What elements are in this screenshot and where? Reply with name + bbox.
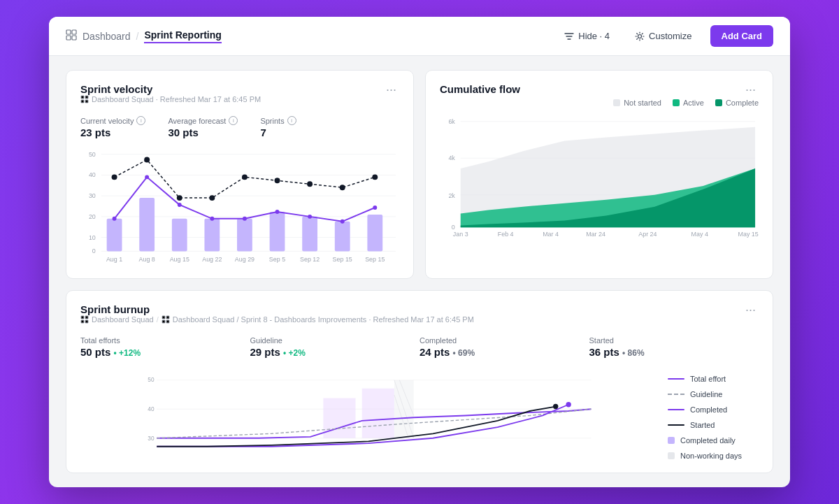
burnup-metrics: Total efforts 50 pts • +12% Guideline 29… [80,336,759,358]
current-velocity-info[interactable]: i [136,116,145,125]
svg-text:50: 50 [148,376,155,383]
legend-guideline: Guideline [668,390,759,398]
add-card-button[interactable]: Add Card [710,25,774,47]
card-header: Sprint velocity Dashboard Squad · Refres… [80,83,399,113]
burnup-chart: 50 40 30 [80,369,657,453]
sprint-velocity-subtitle-text: Dashboard Squad · Refreshed Mar 17 at 6:… [92,95,261,103]
sprint-velocity-subtitle: Dashboard Squad · Refreshed Mar 17 at 6:… [80,95,261,103]
svg-text:0: 0 [92,247,96,254]
filter-icon [564,31,574,41]
svg-point-45 [308,215,312,219]
breadcrumb: Dashboard / Sprint Reporting [66,29,222,43]
svg-text:Aug 1: Aug 1 [106,256,122,263]
svg-point-30 [112,174,117,180]
sprint-burnup-card: Sprint burnup Dashboard Squad / [66,290,773,473]
svg-rect-0 [66,30,71,34]
svg-rect-3 [72,36,76,40]
sprints-info[interactable]: i [287,116,296,125]
team-icon [80,95,89,103]
svg-rect-77 [81,320,84,323]
sprint-velocity-card: Sprint velocity Dashboard Squad · Refres… [66,70,414,279]
sprint-velocity-metrics: Current velocity i 23 pts Average foreca… [80,116,399,138]
svg-text:40: 40 [89,171,96,178]
svg-rect-6 [85,96,88,99]
svg-rect-89 [323,398,355,438]
breadcrumb-parent[interactable]: Dashboard [83,31,131,42]
svg-rect-1 [72,30,76,34]
legend-active-dot [673,99,680,106]
svg-point-95 [566,402,571,407]
svg-text:30: 30 [89,192,96,199]
total-efforts-metric: Total efforts 50 pts • +12% [80,336,250,358]
svg-rect-25 [237,219,252,252]
svg-rect-79 [162,316,165,319]
svg-rect-24 [204,219,220,252]
guideline-line [668,394,684,395]
svg-point-46 [340,219,345,224]
content-area: Sprint velocity Dashboard Squad · Refres… [49,56,790,487]
svg-rect-80 [166,316,169,319]
sprint-velocity-chart: 50 40 30 20 10 0 [80,147,399,266]
completed-daily-box [668,437,675,444]
legend-completed-daily: Completed daily [668,436,759,445]
guideline-metric: Guideline 29 pts • +2% [250,336,420,358]
team-icon-burnup [80,315,89,324]
svg-point-34 [242,174,248,180]
svg-point-32 [177,195,182,201]
header: Dashboard / Sprint Reporting Hide · 4 Cu… [49,17,790,56]
sprint-velocity-title: Sprint velocity [80,83,261,95]
average-forecast-metric: Average forecast i 30 pts [168,116,238,138]
legend-started: Started [668,421,759,429]
gear-icon [635,31,645,41]
svg-point-42 [210,217,214,221]
legend-active: Active [673,99,704,107]
svg-rect-78 [85,320,88,323]
cumulative-flow-card: Cumulative flow ··· Not started Active C… [425,70,773,279]
legend-not-started-dot [613,99,620,106]
breadcrumb-separator: / [136,31,139,42]
sprint-burnup-subtitle: Dashboard Squad / Dashboard Squad / Spri… [80,315,474,324]
svg-text:Aug 22: Aug 22 [202,256,222,263]
svg-text:6k: 6k [448,118,455,125]
svg-point-37 [340,185,345,190]
app-container: Dashboard / Sprint Reporting Hide · 4 Cu… [49,17,790,487]
svg-text:2k: 2k [448,192,455,199]
breadcrumb-active: Sprint Reporting [144,29,221,43]
average-forecast-value: 30 pts [168,127,238,138]
legend-total-effort: Total effort [668,375,759,383]
svg-rect-27 [302,217,317,252]
started-metric: Started 36 pts • 86% [589,336,759,358]
sprint-icon [162,315,170,324]
svg-text:Apr 24: Apr 24 [638,231,657,238]
cf-legend: Not started Active Complete [440,99,759,107]
svg-text:30: 30 [148,435,155,442]
hide-button[interactable]: Hide · 4 [557,27,617,45]
started-line [668,424,684,426]
svg-point-33 [209,195,215,201]
current-velocity-value: 23 pts [80,127,145,138]
svg-text:Feb 4: Feb 4 [498,231,514,238]
svg-text:Sep 15: Sep 15 [333,256,352,263]
svg-text:Mar 4: Mar 4 [543,231,559,238]
sprints-value: 7 [260,127,296,138]
average-forecast-info[interactable]: i [229,116,238,125]
svg-rect-90 [362,389,394,438]
svg-rect-26 [270,212,285,252]
completed-metric: Completed 24 pts • 69% [420,336,589,358]
svg-text:Aug 29: Aug 29 [235,256,254,263]
burnup-legend: Total effort Guideline Completed Started [668,369,759,460]
cumulative-flow-more-button[interactable]: ··· [743,83,759,96]
cumulative-flow-chart: 6k 4k 2k 0 [440,113,759,242]
sprint-velocity-more-button[interactable]: ··· [383,83,399,96]
legend-non-working-days: Non-working days [668,452,759,460]
sprint-burnup-more-button[interactable]: ··· [743,303,759,316]
svg-point-4 [638,34,642,38]
svg-text:Sep 12: Sep 12 [300,256,320,263]
svg-text:50: 50 [89,151,96,158]
svg-rect-5 [81,96,84,99]
customize-button[interactable]: Customize [628,27,698,45]
svg-point-35 [275,178,280,183]
svg-point-44 [275,210,280,214]
svg-point-41 [178,203,182,207]
dashboard-icon [66,29,77,43]
